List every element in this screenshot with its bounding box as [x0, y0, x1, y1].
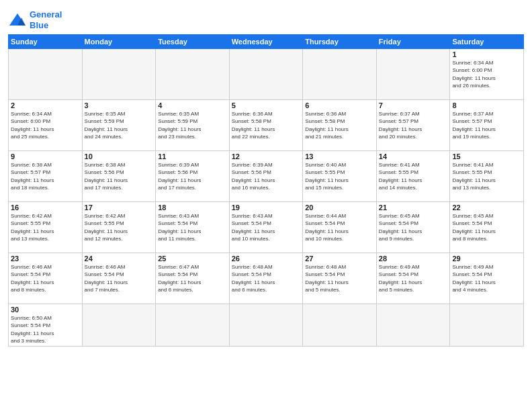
day-number: 28: [379, 255, 448, 263]
day-number: 18: [158, 203, 227, 212]
logo-general: General: [30, 9, 62, 19]
day-number: 7: [379, 101, 448, 109]
logo-icon: [8, 12, 27, 28]
day-info: Sunrise: 6:49 AM Sunset: 5:54 PM Dayligh…: [379, 263, 448, 293]
day-info: Sunrise: 6:34 AM Sunset: 6:00 PM Dayligh…: [11, 110, 80, 140]
day-number: 30: [11, 306, 80, 314]
day-info: Sunrise: 6:48 AM Sunset: 5:54 PM Dayligh…: [305, 263, 374, 293]
header: General Blue: [8, 7, 524, 30]
day-info: Sunrise: 6:39 AM Sunset: 5:56 PM Dayligh…: [158, 161, 227, 191]
calendar-cell: 23Sunrise: 6:46 AM Sunset: 5:54 PM Dayli…: [9, 253, 83, 304]
day-number: 16: [11, 203, 80, 212]
day-info: Sunrise: 6:48 AM Sunset: 5:54 PM Dayligh…: [232, 263, 301, 293]
day-number: 14: [379, 152, 448, 161]
weekday-header-friday: Friday: [376, 35, 450, 49]
day-number: 13: [305, 152, 374, 161]
day-number: 15: [452, 152, 521, 161]
day-info: Sunrise: 6:37 AM Sunset: 5:57 PM Dayligh…: [452, 110, 521, 140]
day-info: Sunrise: 6:43 AM Sunset: 5:54 PM Dayligh…: [232, 212, 301, 242]
weekday-header-saturday: Saturday: [450, 35, 524, 49]
calendar-cell: 15Sunrise: 6:41 AM Sunset: 5:55 PM Dayli…: [450, 151, 524, 202]
day-info: Sunrise: 6:41 AM Sunset: 5:55 PM Dayligh…: [379, 161, 448, 191]
logo-blue: Blue: [30, 20, 48, 30]
calendar-cell: 30Sunrise: 6:50 AM Sunset: 5:54 PM Dayli…: [9, 304, 83, 347]
calendar-cell: [229, 304, 303, 347]
day-number: 11: [158, 152, 227, 161]
day-number: 22: [452, 203, 521, 212]
day-info: Sunrise: 6:37 AM Sunset: 5:57 PM Dayligh…: [379, 110, 448, 140]
calendar-cell: 5Sunrise: 6:36 AM Sunset: 5:58 PM Daylig…: [229, 100, 303, 151]
day-info: Sunrise: 6:39 AM Sunset: 5:56 PM Dayligh…: [232, 161, 301, 191]
calendar-cell: 16Sunrise: 6:42 AM Sunset: 5:55 PM Dayli…: [9, 202, 83, 253]
day-number: 24: [85, 255, 154, 263]
calendar-cell: [303, 304, 377, 347]
calendar-cell: 20Sunrise: 6:44 AM Sunset: 5:54 PM Dayli…: [303, 202, 377, 253]
day-number: 19: [232, 203, 301, 212]
calendar-cell: [376, 304, 450, 347]
day-number: 10: [85, 152, 154, 161]
day-info: Sunrise: 6:46 AM Sunset: 5:54 PM Dayligh…: [11, 263, 80, 293]
calendar-cell: 26Sunrise: 6:48 AM Sunset: 5:54 PM Dayli…: [229, 253, 303, 304]
day-info: Sunrise: 6:49 AM Sunset: 5:54 PM Dayligh…: [452, 263, 521, 293]
day-number: 20: [305, 203, 374, 212]
day-info: Sunrise: 6:43 AM Sunset: 5:54 PM Dayligh…: [158, 212, 227, 242]
calendar-cell: 2Sunrise: 6:34 AM Sunset: 6:00 PM Daylig…: [9, 100, 83, 151]
weekday-header-sunday: Sunday: [9, 35, 83, 49]
calendar-cell: 24Sunrise: 6:46 AM Sunset: 5:54 PM Dayli…: [82, 253, 156, 304]
calendar-cell: 25Sunrise: 6:47 AM Sunset: 5:54 PM Dayli…: [156, 253, 230, 304]
weekday-header-thursday: Thursday: [303, 35, 377, 49]
weekday-header-row: SundayMondayTuesdayWednesdayThursdayFrid…: [9, 35, 524, 49]
logo-text: General Blue: [30, 9, 62, 30]
day-number: 26: [232, 255, 301, 263]
calendar-table: SundayMondayTuesdayWednesdayThursdayFrid…: [8, 34, 524, 347]
calendar-cell: 11Sunrise: 6:39 AM Sunset: 5:56 PM Dayli…: [156, 151, 230, 202]
weekday-header-wednesday: Wednesday: [229, 35, 303, 49]
calendar-cell: 29Sunrise: 6:49 AM Sunset: 5:54 PM Dayli…: [450, 253, 524, 304]
day-info: Sunrise: 6:40 AM Sunset: 5:55 PM Dayligh…: [305, 161, 374, 191]
calendar-cell: [9, 49, 83, 100]
calendar-cell: 7Sunrise: 6:37 AM Sunset: 5:57 PM Daylig…: [376, 100, 450, 151]
calendar-cell: [376, 49, 450, 100]
weekday-header-tuesday: Tuesday: [156, 35, 230, 49]
week-row-2: 2Sunrise: 6:34 AM Sunset: 6:00 PM Daylig…: [9, 100, 524, 151]
calendar-cell: 12Sunrise: 6:39 AM Sunset: 5:56 PM Dayli…: [229, 151, 303, 202]
day-info: Sunrise: 6:50 AM Sunset: 5:54 PM Dayligh…: [11, 314, 80, 345]
calendar-cell: 10Sunrise: 6:38 AM Sunset: 5:56 PM Dayli…: [82, 151, 156, 202]
calendar-cell: 9Sunrise: 6:38 AM Sunset: 5:57 PM Daylig…: [9, 151, 83, 202]
page: General Blue SundayMondayTuesdayWednesda…: [0, 0, 532, 411]
day-info: Sunrise: 6:38 AM Sunset: 5:56 PM Dayligh…: [85, 161, 154, 191]
calendar-cell: 18Sunrise: 6:43 AM Sunset: 5:54 PM Dayli…: [156, 202, 230, 253]
day-number: 12: [232, 152, 301, 161]
calendar-cell: 19Sunrise: 6:43 AM Sunset: 5:54 PM Dayli…: [229, 202, 303, 253]
calendar-cell: [82, 49, 156, 100]
logo: General Blue: [8, 9, 62, 30]
day-info: Sunrise: 6:42 AM Sunset: 5:55 PM Dayligh…: [85, 212, 154, 242]
week-row-4: 16Sunrise: 6:42 AM Sunset: 5:55 PM Dayli…: [9, 202, 524, 253]
calendar-cell: [156, 49, 230, 100]
calendar-cell: 8Sunrise: 6:37 AM Sunset: 5:57 PM Daylig…: [450, 100, 524, 151]
calendar-cell: 17Sunrise: 6:42 AM Sunset: 5:55 PM Dayli…: [82, 202, 156, 253]
day-info: Sunrise: 6:44 AM Sunset: 5:54 PM Dayligh…: [305, 212, 374, 242]
day-number: 23: [11, 255, 80, 263]
day-info: Sunrise: 6:36 AM Sunset: 5:58 PM Dayligh…: [305, 110, 374, 140]
day-number: 17: [85, 203, 154, 212]
day-number: 6: [305, 101, 374, 109]
day-info: Sunrise: 6:38 AM Sunset: 5:57 PM Dayligh…: [11, 161, 80, 191]
calendar-cell: 21Sunrise: 6:45 AM Sunset: 5:54 PM Dayli…: [376, 202, 450, 253]
day-number: 3: [85, 101, 154, 109]
day-number: 1: [452, 50, 521, 58]
day-info: Sunrise: 6:46 AM Sunset: 5:54 PM Dayligh…: [85, 263, 154, 293]
day-info: Sunrise: 6:35 AM Sunset: 5:59 PM Dayligh…: [158, 110, 227, 140]
day-number: 2: [11, 101, 80, 109]
day-info: Sunrise: 6:45 AM Sunset: 5:54 PM Dayligh…: [379, 212, 448, 242]
calendar-cell: 1Sunrise: 6:34 AM Sunset: 6:00 PM Daylig…: [450, 49, 524, 100]
day-number: 9: [11, 152, 80, 161]
day-number: 8: [452, 101, 521, 109]
day-info: Sunrise: 6:47 AM Sunset: 5:54 PM Dayligh…: [158, 263, 227, 293]
calendar-cell: 14Sunrise: 6:41 AM Sunset: 5:55 PM Dayli…: [376, 151, 450, 202]
day-info: Sunrise: 6:45 AM Sunset: 5:54 PM Dayligh…: [452, 212, 521, 242]
calendar-cell: 28Sunrise: 6:49 AM Sunset: 5:54 PM Dayli…: [376, 253, 450, 304]
day-number: 25: [158, 255, 227, 263]
calendar-cell: [229, 49, 303, 100]
week-row-5: 23Sunrise: 6:46 AM Sunset: 5:54 PM Dayli…: [9, 253, 524, 304]
